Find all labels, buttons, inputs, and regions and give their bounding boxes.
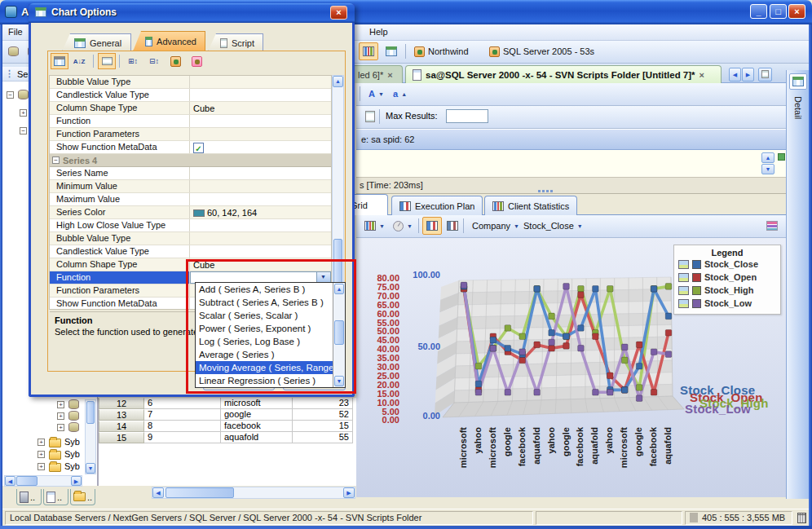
font-decrease-button[interactable]: a xyxy=(389,85,411,103)
tab-scroll-right-icon[interactable] xyxy=(742,68,754,82)
property-row[interactable]: Series Color60, 142, 164 xyxy=(50,206,331,219)
property-row[interactable]: Candlestick Value Type xyxy=(50,245,331,258)
remove-export-button[interactable] xyxy=(188,53,205,69)
data-point-stock_close[interactable] xyxy=(490,337,496,343)
property-row[interactable]: Bubble Value Type xyxy=(50,76,331,89)
scroll-thumb[interactable] xyxy=(16,476,38,486)
checkbox-checked-icon[interactable] xyxy=(193,143,204,153)
tree-expand-icon[interactable]: + xyxy=(57,412,64,420)
grid-hscroll[interactable] xyxy=(152,487,355,499)
scroll-left-icon[interactable] xyxy=(5,476,15,486)
table-cell[interactable]: 7 xyxy=(144,409,221,421)
data-point-stock_close[interactable] xyxy=(578,325,585,332)
tree-folder-node[interactable]: +Syb xyxy=(38,437,85,448)
tree-collapse-icon[interactable]: − xyxy=(20,127,27,134)
connection-sqlserver-button[interactable]: SQL Server 2005 - 53s xyxy=(485,42,598,60)
property-row[interactable]: Bubble Value Type xyxy=(50,232,331,245)
menu-help[interactable]: Help xyxy=(369,27,388,37)
legend-toggle-button[interactable] xyxy=(762,217,782,235)
dialog-close-icon[interactable] xyxy=(330,6,347,20)
scroll-left-icon[interactable] xyxy=(152,487,164,498)
table-cell[interactable]: microsoft xyxy=(221,398,293,409)
bottom-tab[interactable]: .. xyxy=(16,489,42,505)
add-export-button[interactable] xyxy=(166,53,184,69)
sort-alphabetical-button[interactable]: A↓Z xyxy=(70,53,88,69)
row-header-cell[interactable]: 14 xyxy=(99,421,144,432)
table-row[interactable]: 137google52 xyxy=(99,409,356,421)
tree-expand-icon[interactable]: + xyxy=(38,463,45,470)
property-row[interactable]: Minimum Value xyxy=(50,180,331,193)
chart-view-button[interactable] xyxy=(359,42,378,60)
collapse-all-button[interactable]: ⊟↕ xyxy=(145,53,163,69)
tab-list-button[interactable] xyxy=(758,68,772,82)
data-point-stock_open[interactable] xyxy=(534,342,541,348)
table-cell[interactable]: facebook xyxy=(221,421,293,432)
data-point-stock_low[interactable] xyxy=(490,346,496,352)
data-point-stock_high[interactable] xyxy=(519,333,526,340)
table-cell[interactable]: 52 xyxy=(293,409,353,421)
property-row[interactable]: High Low Close Value Type xyxy=(50,219,331,232)
minimize-button-icon[interactable]: _ xyxy=(750,4,767,19)
description-toggle-button[interactable] xyxy=(98,53,116,69)
data-point-stock_high[interactable] xyxy=(621,357,628,364)
data-point-stock_high[interactable] xyxy=(665,284,672,290)
data-point-stock_open[interactable] xyxy=(665,330,672,337)
tree-expand-icon[interactable]: + xyxy=(38,451,45,458)
table-row[interactable]: 148facebook15 xyxy=(99,421,356,432)
data-point-stock_high[interactable] xyxy=(578,286,585,293)
trash-icon[interactable] xyxy=(797,513,806,523)
data-point-stock_low[interactable] xyxy=(519,349,526,355)
data-point-stock_open[interactable] xyxy=(549,346,555,352)
tree-node[interactable]: + xyxy=(57,399,85,411)
scroll-right-icon[interactable] xyxy=(343,487,355,498)
property-row[interactable]: Function Parameters xyxy=(50,128,331,141)
value-field-dropdown[interactable]: Stock_Close xyxy=(519,217,587,235)
data-point-stock_low[interactable] xyxy=(621,344,628,350)
data-point-stock_low[interactable] xyxy=(505,390,511,396)
data-point-stock_open[interactable] xyxy=(651,390,657,396)
tree-collapse-icon[interactable]: − xyxy=(7,91,14,99)
data-point-stock_high[interactable] xyxy=(475,363,482,369)
table-cell[interactable]: 15 xyxy=(293,421,353,432)
property-row[interactable]: Column Shape TypeCube xyxy=(50,102,331,115)
data-point-stock_high[interactable] xyxy=(607,286,614,293)
data-point-stock_low[interactable] xyxy=(475,390,482,396)
data-point-stock_low[interactable] xyxy=(563,284,570,290)
font-increase-button[interactable]: A xyxy=(364,85,388,103)
data-point-stock_high[interactable] xyxy=(505,325,511,332)
data-point-stock_high[interactable] xyxy=(636,385,642,391)
editor-scroll-down-icon[interactable] xyxy=(761,164,774,174)
tab-client-statistics[interactable]: Client Statistics xyxy=(484,196,577,215)
detail-panel-label[interactable]: Detail xyxy=(793,96,803,119)
stock-line-chart[interactable] xyxy=(435,241,689,422)
document-tab-active[interactable]: sa@SQL Server 2000 -x- 54 - SVN Scripts … xyxy=(405,65,722,83)
close-tab-icon[interactable] xyxy=(699,70,704,80)
data-point-stock_open[interactable] xyxy=(636,342,642,348)
sql-editor[interactable] xyxy=(356,150,786,178)
scroll-down-icon[interactable] xyxy=(86,463,95,474)
menu-file[interactable]: File xyxy=(8,27,23,37)
results-grid[interactable]: 126microsoft23137google52148facebook1515… xyxy=(98,398,356,486)
tab-general[interactable]: General xyxy=(62,33,131,51)
document-tab[interactable]: led 6]* xyxy=(351,65,403,83)
data-point-stock_low[interactable] xyxy=(607,390,614,396)
editor-scroll-up-icon[interactable] xyxy=(761,152,774,163)
property-row[interactable]: Candlestick Value Type xyxy=(50,89,331,102)
tab-execution-plan[interactable]: Execution Plan xyxy=(391,196,483,215)
data-point-stock_low[interactable] xyxy=(461,282,467,289)
categorized-view-button[interactable] xyxy=(51,53,68,69)
data-point-stock_close[interactable] xyxy=(593,286,599,293)
data-point-stock_close[interactable] xyxy=(665,313,672,320)
data-point-stock_close[interactable] xyxy=(636,363,642,369)
color-grid-toggle[interactable] xyxy=(422,217,442,235)
tree-expand-icon[interactable]: + xyxy=(38,439,45,446)
connection-northwind-button[interactable]: Northwind xyxy=(410,42,473,60)
tree-vscroll[interactable] xyxy=(85,399,96,474)
tree-expand-icon[interactable]: + xyxy=(57,401,64,408)
data-point-stock_close[interactable] xyxy=(475,381,482,387)
data-point-stock_low[interactable] xyxy=(665,351,672,358)
expand-all-button[interactable]: ⊞↕ xyxy=(124,53,142,69)
scroll-thumb[interactable] xyxy=(165,487,234,498)
tree-expand-icon[interactable]: + xyxy=(57,424,64,431)
data-point-stock_open[interactable] xyxy=(578,292,585,298)
